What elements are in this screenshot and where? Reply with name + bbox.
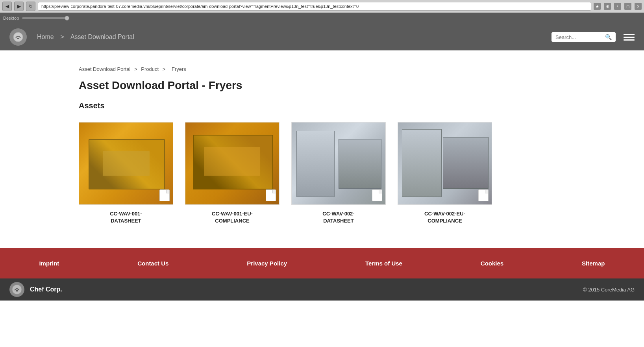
hamburger-menu-button[interactable] (624, 34, 635, 41)
fryer-image-2 (185, 122, 279, 204)
search-icon: 🔍 (605, 34, 612, 40)
footer-link-sitemap[interactable]: Sitemap (582, 260, 605, 267)
desktop-label: Desktop (3, 16, 19, 20)
assets-heading: Assets (79, 101, 565, 110)
breadcrumb-current: Fryers (172, 66, 186, 72)
asset-card-1[interactable]: CC-WAV-001-DATASHEET (79, 122, 173, 225)
asset-image-4 (398, 122, 492, 204)
header-breadcrumb: Home > Asset Download Portal (35, 33, 551, 41)
document-icon-2 (266, 189, 276, 201)
breadcrumb-product-link[interactable]: Product (141, 66, 159, 72)
asset-image-wrapper-4 (398, 122, 492, 205)
svg-rect-1 (17, 38, 19, 39)
search-box[interactable]: 🔍 (551, 32, 616, 42)
browser-tab-bar: Desktop (0, 13, 644, 24)
asset-name-3: CC-WAV-002-DATASHEET (322, 210, 354, 225)
address-bar[interactable]: https://preview-corporate.pandora-test-0… (38, 2, 591, 11)
footer-logo-icon (9, 282, 24, 297)
svg-rect-3 (16, 290, 18, 291)
header-portal-link[interactable]: Asset Download Portal (70, 33, 134, 40)
footer-links: Imprint Contact Us Privacy Policy Terms … (0, 248, 644, 278)
asset-card-2[interactable]: CC-WAV-001-EU-COMPLIANCE (185, 122, 279, 225)
extensions-icon[interactable]: ⚙ (604, 3, 611, 10)
bookmark-icon[interactable]: ★ (594, 3, 601, 10)
kitchen-image-1 (292, 122, 385, 204)
menu-icon[interactable]: ⋮ (614, 3, 621, 10)
asset-image-wrapper-3 (291, 122, 386, 205)
asset-name-4: CC-WAV-002-EU-COMPLIANCE (424, 210, 465, 225)
footer-link-privacy-policy[interactable]: Privacy Policy (247, 260, 287, 267)
browser-chrome: ◀ ▶ ↻ https://preview-corporate.pandora-… (0, 0, 644, 24)
window-restore-icon[interactable]: ◻ (624, 3, 631, 10)
zoom-slider[interactable] (22, 17, 69, 19)
document-icon-4 (478, 189, 489, 201)
search-input[interactable] (555, 34, 603, 40)
footer-link-cookies[interactable]: Cookies (481, 260, 503, 267)
asset-name-2: CC-WAV-001-EU-COMPLIANCE (212, 210, 253, 225)
back-button[interactable]: ◀ (2, 2, 12, 11)
asset-card-4[interactable]: CC-WAV-002-EU-COMPLIANCE (398, 122, 492, 225)
window-close-icon[interactable]: ✕ (635, 3, 642, 10)
address-text: https://preview-corporate.pandora-test-0… (41, 4, 359, 9)
header-home-link[interactable]: Home (37, 33, 54, 40)
footer-link-imprint[interactable]: Imprint (39, 260, 59, 267)
breadcrumb-sep1: > (134, 66, 139, 72)
asset-image-2 (185, 122, 279, 204)
footer-link-contact-us[interactable]: Contact Us (137, 260, 168, 267)
document-icon-1 (159, 189, 170, 201)
asset-image-wrapper-1 (79, 122, 173, 205)
asset-image-1 (79, 122, 173, 204)
breadcrumb-sep2: > (163, 66, 167, 72)
svg-point-2 (12, 285, 22, 294)
document-icon-3 (372, 189, 382, 201)
asset-image-wrapper-2 (185, 122, 279, 205)
browser-toolbar: ◀ ▶ ↻ https://preview-corporate.pandora-… (0, 0, 644, 13)
refresh-button[interactable]: ↻ (26, 2, 35, 11)
breadcrumb-portal-link[interactable]: Asset Download Portal (79, 66, 131, 72)
svg-point-0 (13, 32, 23, 42)
footer-bottom: Chef Corp. © 2015 CoreMedia AG (0, 278, 644, 301)
footer-copyright: © 2015 CoreMedia AG (583, 287, 635, 293)
assets-grid: CC-WAV-001-DATASHEET CC-WAV-001-EU-COMPL… (79, 122, 565, 225)
header-sep: > (60, 33, 66, 40)
site-logo (9, 28, 27, 46)
breadcrumb: Asset Download Portal > Product > Fryers (79, 66, 565, 72)
footer-logo: Chef Corp. (9, 282, 62, 297)
browser-icons: ★ ⚙ ⋮ ◻ ✕ (594, 3, 642, 10)
asset-name-1: CC-WAV-001-DATASHEET (110, 210, 142, 225)
main-content: Asset Download Portal > Product > Fryers… (0, 50, 644, 248)
forward-button[interactable]: ▶ (14, 2, 24, 11)
footer-brand-name: Chef Corp. (30, 286, 62, 293)
fryer-image-1 (79, 122, 173, 204)
footer-link-terms-of-use[interactable]: Terms of Use (365, 260, 402, 267)
kitchen-image-2 (398, 122, 492, 204)
asset-image-3 (292, 122, 385, 204)
asset-card-3[interactable]: CC-WAV-002-DATASHEET (291, 122, 386, 225)
page-title: Asset Download Portal - Fryers (79, 79, 565, 92)
site-header: Home > Asset Download Portal 🔍 (0, 24, 644, 50)
